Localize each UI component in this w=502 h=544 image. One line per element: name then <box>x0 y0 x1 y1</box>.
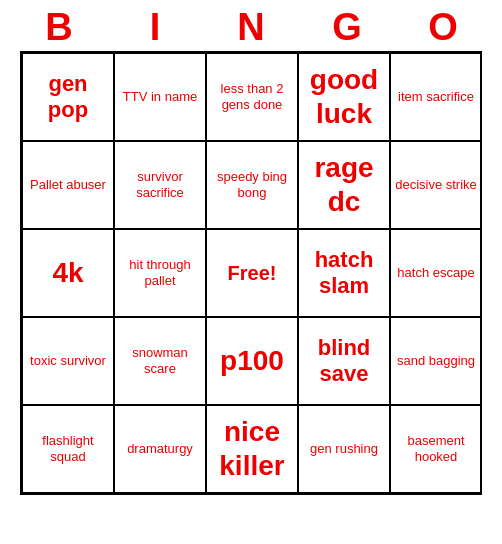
cell-15: toxic survivor <box>22 317 114 405</box>
header-g: G <box>303 6 391 49</box>
cell-13: hatch slam <box>298 229 390 317</box>
cell-23: gen rushing <box>298 405 390 493</box>
cell-5: Pallet abuser <box>22 141 114 229</box>
cell-18: blind save <box>298 317 390 405</box>
bingo-grid: gen popTTV in nameless than 2 gens doneg… <box>20 51 482 495</box>
cell-0: gen pop <box>22 53 114 141</box>
cell-20: flashlight squad <box>22 405 114 493</box>
cell-9: decisive strike <box>390 141 482 229</box>
cell-4: item sacrifice <box>390 53 482 141</box>
bingo-header: B I N G O <box>11 0 491 51</box>
cell-11: hit through pallet <box>114 229 206 317</box>
cell-17: p100 <box>206 317 298 405</box>
header-o: O <box>399 6 487 49</box>
cell-2: less than 2 gens done <box>206 53 298 141</box>
cell-7: speedy bing bong <box>206 141 298 229</box>
cell-12: Free! <box>206 229 298 317</box>
header-b: B <box>15 6 103 49</box>
cell-24: basement hooked <box>390 405 482 493</box>
cell-10: 4k <box>22 229 114 317</box>
header-n: N <box>207 6 295 49</box>
cell-22: nice killer <box>206 405 298 493</box>
cell-8: rage dc <box>298 141 390 229</box>
cell-19: sand bagging <box>390 317 482 405</box>
cell-3: good luck <box>298 53 390 141</box>
cell-1: TTV in name <box>114 53 206 141</box>
header-i: I <box>111 6 199 49</box>
cell-21: dramaturgy <box>114 405 206 493</box>
cell-14: hatch escape <box>390 229 482 317</box>
cell-6: survivor sacrifice <box>114 141 206 229</box>
cell-16: snowman scare <box>114 317 206 405</box>
